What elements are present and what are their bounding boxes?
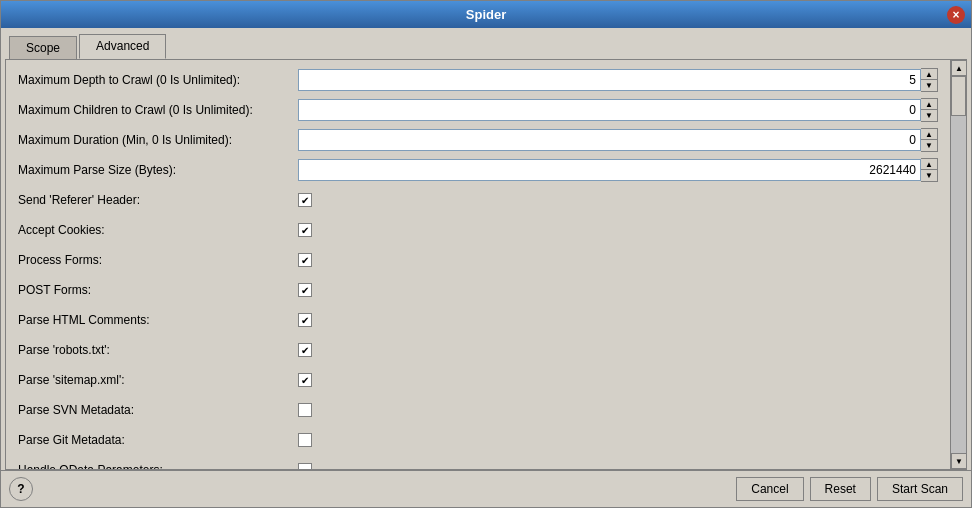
spider-window: Spider × Scope Advanced Maximum Depth to… bbox=[0, 0, 972, 508]
parse-git-checkbox[interactable] bbox=[298, 433, 312, 447]
max-parse-size-control: ▲ ▼ bbox=[298, 158, 938, 182]
parse-svn-row: Parse SVN Metadata: bbox=[18, 398, 938, 422]
max-duration-control: ▲ ▼ bbox=[298, 128, 938, 152]
scrollbar: ▲ ▼ bbox=[950, 60, 966, 469]
reset-button[interactable]: Reset bbox=[810, 477, 871, 501]
max-children-spinner: ▲ ▼ bbox=[921, 98, 938, 122]
max-parse-size-label: Maximum Parse Size (Bytes): bbox=[18, 163, 298, 177]
max-parse-size-spinner: ▲ ▼ bbox=[921, 158, 938, 182]
max-depth-up[interactable]: ▲ bbox=[921, 69, 937, 80]
parse-html-comments-row: Parse HTML Comments: bbox=[18, 308, 938, 332]
process-forms-row: Process Forms: bbox=[18, 248, 938, 272]
footer: ? Cancel Reset Start Scan bbox=[1, 470, 971, 507]
max-depth-down[interactable]: ▼ bbox=[921, 80, 937, 91]
handle-odata-label: Handle OData Parameters: bbox=[18, 463, 298, 469]
process-forms-checkbox[interactable] bbox=[298, 253, 312, 267]
max-duration-input[interactable] bbox=[298, 129, 921, 151]
tab-advanced[interactable]: Advanced bbox=[79, 34, 166, 59]
accept-cookies-checkbox[interactable] bbox=[298, 223, 312, 237]
post-forms-label: POST Forms: bbox=[18, 283, 298, 297]
handle-odata-row: Handle OData Parameters: bbox=[18, 458, 938, 469]
send-referer-checkbox[interactable] bbox=[298, 193, 312, 207]
footer-left: ? bbox=[9, 477, 33, 501]
max-duration-row: Maximum Duration (Min, 0 Is Unlimited): … bbox=[18, 128, 938, 152]
post-forms-checkbox[interactable] bbox=[298, 283, 312, 297]
accept-cookies-row: Accept Cookies: bbox=[18, 218, 938, 242]
parse-html-comments-label: Parse HTML Comments: bbox=[18, 313, 298, 327]
handle-odata-checkbox[interactable] bbox=[298, 463, 312, 469]
start-scan-button[interactable]: Start Scan bbox=[877, 477, 963, 501]
parse-robots-row: Parse 'robots.txt': bbox=[18, 338, 938, 362]
max-depth-input[interactable] bbox=[298, 69, 921, 91]
tab-scope[interactable]: Scope bbox=[9, 36, 77, 59]
tab-bar: Scope Advanced bbox=[1, 28, 971, 59]
parse-html-comments-checkbox[interactable] bbox=[298, 313, 312, 327]
cancel-button[interactable]: Cancel bbox=[736, 477, 803, 501]
max-duration-label: Maximum Duration (Min, 0 Is Unlimited): bbox=[18, 133, 298, 147]
scrollbar-track bbox=[951, 76, 966, 453]
max-depth-spinner: ▲ ▼ bbox=[921, 68, 938, 92]
parse-git-row: Parse Git Metadata: bbox=[18, 428, 938, 452]
footer-right: Cancel Reset Start Scan bbox=[736, 477, 963, 501]
parse-sitemap-checkbox[interactable] bbox=[298, 373, 312, 387]
parse-html-comments-control bbox=[298, 313, 312, 327]
process-forms-control bbox=[298, 253, 312, 267]
parse-svn-checkbox[interactable] bbox=[298, 403, 312, 417]
parse-robots-label: Parse 'robots.txt': bbox=[18, 343, 298, 357]
send-referer-label: Send 'Referer' Header: bbox=[18, 193, 298, 207]
window-title: Spider bbox=[466, 7, 506, 22]
scrollbar-down-button[interactable]: ▼ bbox=[951, 453, 967, 469]
scrollbar-thumb[interactable] bbox=[951, 76, 966, 116]
max-depth-control: ▲ ▼ bbox=[298, 68, 938, 92]
max-children-up[interactable]: ▲ bbox=[921, 99, 937, 110]
title-bar: Spider × bbox=[1, 1, 971, 28]
max-depth-label: Maximum Depth to Crawl (0 Is Unlimited): bbox=[18, 73, 298, 87]
max-children-down[interactable]: ▼ bbox=[921, 110, 937, 121]
scrollbar-up-button[interactable]: ▲ bbox=[951, 60, 967, 76]
parse-svn-label: Parse SVN Metadata: bbox=[18, 403, 298, 417]
parse-git-control bbox=[298, 433, 312, 447]
max-children-label: Maximum Children to Crawl (0 Is Unlimite… bbox=[18, 103, 298, 117]
parse-sitemap-row: Parse 'sitemap.xml': bbox=[18, 368, 938, 392]
max-duration-down[interactable]: ▼ bbox=[921, 140, 937, 151]
send-referer-row: Send 'Referer' Header: bbox=[18, 188, 938, 212]
max-depth-row: Maximum Depth to Crawl (0 Is Unlimited):… bbox=[18, 68, 938, 92]
max-parse-size-input[interactable] bbox=[298, 159, 921, 181]
parse-svn-control bbox=[298, 403, 312, 417]
max-parse-size-up[interactable]: ▲ bbox=[921, 159, 937, 170]
parse-git-label: Parse Git Metadata: bbox=[18, 433, 298, 447]
accept-cookies-label: Accept Cookies: bbox=[18, 223, 298, 237]
handle-odata-control bbox=[298, 463, 312, 469]
max-parse-size-down[interactable]: ▼ bbox=[921, 170, 937, 181]
parse-sitemap-control bbox=[298, 373, 312, 387]
max-duration-up[interactable]: ▲ bbox=[921, 129, 937, 140]
max-children-row: Maximum Children to Crawl (0 Is Unlimite… bbox=[18, 98, 938, 122]
help-button[interactable]: ? bbox=[9, 477, 33, 501]
max-children-input[interactable] bbox=[298, 99, 921, 121]
parse-sitemap-label: Parse 'sitemap.xml': bbox=[18, 373, 298, 387]
max-parse-size-row: Maximum Parse Size (Bytes): ▲ ▼ bbox=[18, 158, 938, 182]
parse-robots-control bbox=[298, 343, 312, 357]
max-children-control: ▲ ▼ bbox=[298, 98, 938, 122]
process-forms-label: Process Forms: bbox=[18, 253, 298, 267]
parse-robots-checkbox[interactable] bbox=[298, 343, 312, 357]
post-forms-control bbox=[298, 283, 312, 297]
post-forms-row: POST Forms: bbox=[18, 278, 938, 302]
max-duration-spinner: ▲ ▼ bbox=[921, 128, 938, 152]
main-content: Maximum Depth to Crawl (0 Is Unlimited):… bbox=[6, 60, 950, 469]
close-button[interactable]: × bbox=[947, 6, 965, 24]
content-area: Maximum Depth to Crawl (0 Is Unlimited):… bbox=[5, 59, 967, 470]
accept-cookies-control bbox=[298, 223, 312, 237]
send-referer-control bbox=[298, 193, 312, 207]
